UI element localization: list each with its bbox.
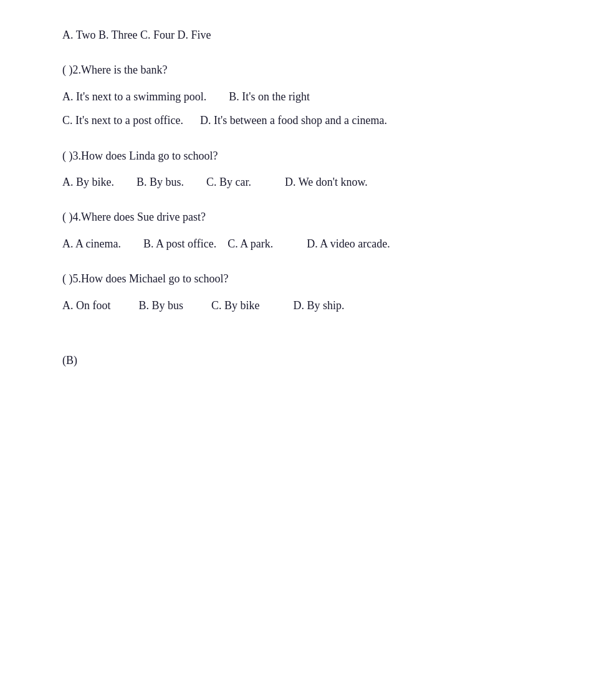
q4-option-c: C. A park. bbox=[227, 237, 273, 250]
section-b-label: (B) bbox=[50, 330, 539, 371]
q4-options-abcd: A. A cinema. B. A post office. C. A park… bbox=[50, 234, 539, 254]
q3-question: ( )3.How does Linda go to school? bbox=[50, 146, 539, 166]
q2-option-a: A. It's next to a swimming pool. bbox=[62, 90, 206, 103]
q1-option-a: A. Two B. Three C. Four D. Five bbox=[62, 29, 211, 41]
q2-option-b: B. It's on the right bbox=[229, 90, 310, 103]
q4-option-a: A. A cinema. bbox=[62, 237, 121, 250]
q2-option-d: D. It's between a food shop and a cinema… bbox=[200, 114, 387, 127]
q3-option-a: A. By bike. bbox=[62, 176, 114, 188]
q5-option-c: C. By bike bbox=[211, 299, 260, 312]
q2-options-ab: A. It's next to a swimming pool. B. It's… bbox=[50, 87, 539, 107]
q4-option-d: D. A video arcade. bbox=[307, 237, 390, 250]
q1-block: A. Two B. Three C. Four D. Five bbox=[50, 25, 539, 45]
q4-question: ( )4.Where does Sue drive past? bbox=[50, 207, 539, 227]
q5-options-abcd: A. On foot B. By bus C. By bike D. By sh… bbox=[50, 295, 539, 315]
q4-option-b: B. A post office. bbox=[143, 237, 216, 250]
q4-block: ( )4.Where does Sue drive past? A. A cin… bbox=[50, 207, 539, 254]
q1-options: A. Two B. Three C. Four D. Five bbox=[50, 25, 539, 45]
q2-block: ( )2.Where is the bank? A. It's next to … bbox=[50, 60, 539, 130]
section-b-text: (B) bbox=[62, 354, 77, 367]
q5-option-d: D. By ship. bbox=[294, 299, 345, 312]
q3-option-b: B. By bus. bbox=[136, 176, 184, 188]
q5-option-b: B. By bus bbox=[139, 299, 184, 312]
q3-block: ( )3.How does Linda go to school? A. By … bbox=[50, 146, 539, 193]
q2-question: ( )2.Where is the bank? bbox=[50, 60, 539, 80]
q2-option-c: C. It's next to a post office. bbox=[62, 114, 183, 127]
q2-options-cd: C. It's next to a post office. D. It's b… bbox=[50, 110, 539, 130]
q5-option-a: A. On foot bbox=[62, 299, 111, 312]
q3-option-c: C. By car. bbox=[206, 176, 251, 188]
q3-option-d: D. We don't know. bbox=[285, 176, 368, 188]
q3-options-abcd: A. By bike. B. By bus. C. By car. D. We … bbox=[50, 172, 539, 192]
q5-question: ( )5.How does Michael go to school? bbox=[50, 269, 539, 289]
q5-block: ( )5.How does Michael go to school? A. O… bbox=[50, 269, 539, 315]
